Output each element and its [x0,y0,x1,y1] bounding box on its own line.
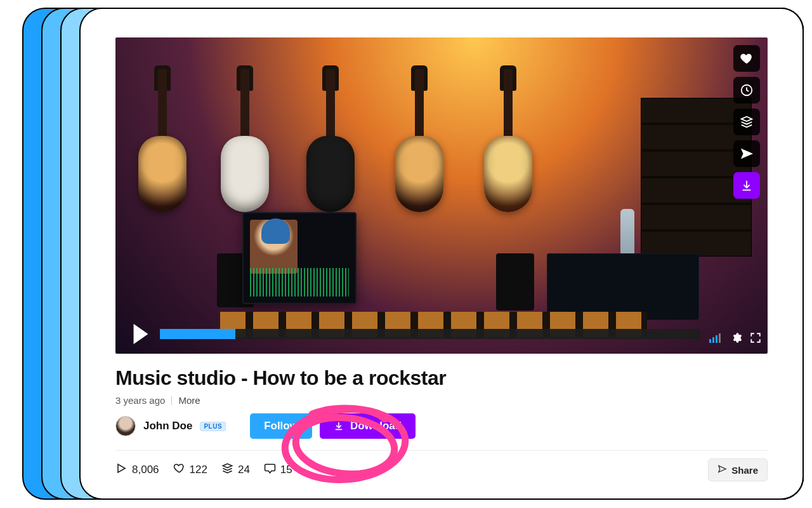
watch-later-button[interactable] [733,77,760,104]
author-name[interactable]: John Doe [143,420,192,432]
fullscreen-icon[interactable] [750,332,761,346]
download-tile-button[interactable] [733,172,760,199]
collections-count: 24 [238,464,250,476]
download-button[interactable]: Download [320,413,416,439]
follow-button[interactable]: Follow [250,413,312,439]
share-button[interactable]: Share [708,458,768,481]
speaker-prop [496,253,534,311]
svg-rect-2 [712,337,714,343]
divider [115,450,768,451]
monitor-prop [242,212,357,304]
guitar-prop [134,69,190,212]
comments-count: 15 [280,464,292,476]
daw-screen-prop [547,253,699,320]
video-player[interactable] [115,37,768,354]
send-icon [717,464,727,476]
settings-icon[interactable] [731,332,742,346]
video-title: Music studio - How to be a rockstar [115,366,768,390]
guitar-prop [391,69,447,212]
download-label: Download [350,420,402,432]
avatar[interactable] [115,416,136,436]
svg-rect-1 [709,339,711,343]
download-icon [334,421,344,431]
posted-time: 3 years ago [115,395,165,406]
player-controls [115,319,768,354]
plays-count: 8,006 [132,464,159,476]
volume-icon[interactable] [709,333,723,345]
layers-icon [221,462,233,478]
share-label: Share [731,465,758,476]
heart-icon [173,462,185,478]
guitar-prop [303,69,358,212]
comments-stat: 15 [264,462,292,478]
share-fly-button[interactable] [733,140,760,167]
play-icon [115,462,128,478]
separator [171,396,172,405]
likes-count: 122 [190,464,207,476]
guitar-prop [480,69,536,212]
comment-icon [264,462,276,478]
plus-badge: PLUS [200,422,226,431]
main-card: Music studio - How to be a rockstar 3 ye… [79,8,804,500]
like-button[interactable] [733,45,760,72]
video-meta: 3 years ago More [115,395,768,406]
play-button[interactable] [122,319,160,349]
stats: 8,006 122 24 15 [115,462,292,478]
collections-button[interactable] [733,109,760,135]
author-row: John Doe PLUS Follow Download [115,413,768,439]
plays-stat: 8,006 [115,462,159,478]
svg-rect-4 [719,333,721,343]
likes-stat: 122 [173,462,207,478]
guitar-prop [217,69,273,212]
collections-stat: 24 [221,462,250,478]
video-action-rail [733,45,760,199]
more-link[interactable]: More [178,395,200,406]
progress-fill [160,329,235,339]
progress-bar[interactable] [160,329,700,339]
svg-rect-3 [716,335,717,343]
